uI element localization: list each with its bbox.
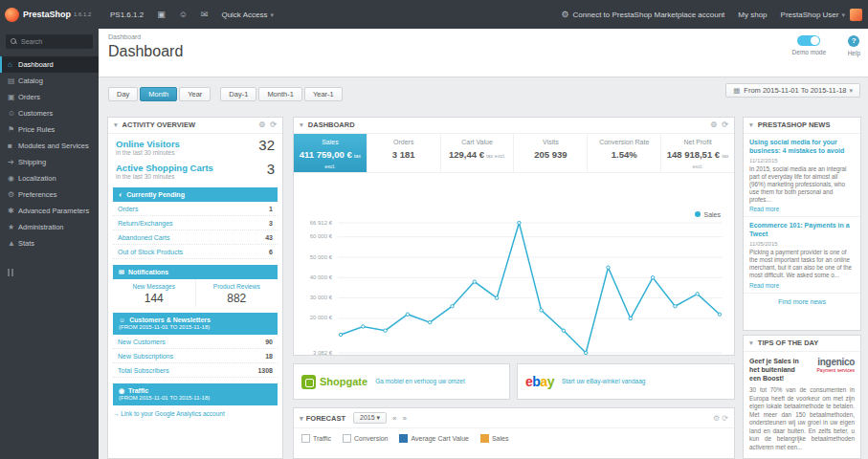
active-carts-value: 3 <box>267 161 275 177</box>
legend-average-cart-value[interactable]: Average Cart Value <box>399 434 468 443</box>
my-shop-link[interactable]: My shop <box>738 11 767 19</box>
sidebar-item-advanced-parameters[interactable]: Advanced Parameters <box>0 203 99 219</box>
checkbox-icon <box>301 434 310 443</box>
page-title: Dashboard <box>108 43 183 60</box>
row-label[interactable]: Out of Stock Products <box>118 249 183 255</box>
kpi-orders[interactable]: Orders 3 181 <box>367 134 441 172</box>
sidebar-item-label: Orders <box>18 93 40 101</box>
row-label[interactable]: Total Subscribers <box>118 367 169 374</box>
sales-line-chart[interactable] <box>338 221 723 355</box>
kpi-conversion-rate[interactable]: Conversion Rate 1.54% <box>588 134 661 172</box>
messages-notification-icon[interactable] <box>201 10 209 19</box>
tips-text: 30 tot 70% van de consumenten in Europa … <box>749 386 855 451</box>
product-reviews-label[interactable]: Product Reviews <box>196 283 278 290</box>
pending-row-out-of-stock: Out of Stock Products 6 <box>113 245 278 259</box>
kpi-net-profit[interactable]: Net Profit 148 918,51 €tax excl. <box>661 134 734 172</box>
sidebar-item-label: Dashboard <box>18 60 54 69</box>
sidebar-item-price-rules[interactable]: Price Rules <box>0 121 99 138</box>
row-label[interactable]: New Subscriptions <box>118 353 173 360</box>
kpi-cart-value[interactable]: Cart Value 129,44 €tax excl. <box>441 134 515 172</box>
filter-day-1-button[interactable]: Day-1 <box>220 87 256 101</box>
sidebar-collapse-handle[interactable] <box>8 269 15 276</box>
sidebar-item-orders[interactable]: Orders <box>0 89 99 105</box>
row-label[interactable]: Abandoned Carts <box>118 234 169 241</box>
modules-icon <box>8 138 18 154</box>
gear-icon[interactable] <box>258 120 265 129</box>
shopgate-cta-link[interactable]: Ga mobiel en verhoog uw omzet <box>375 378 465 385</box>
filter-year-button[interactable]: Year <box>179 87 211 101</box>
refresh-icon[interactable] <box>722 414 728 423</box>
read-more-link[interactable]: Read more <box>749 206 855 212</box>
forecast-header: FORECAST 2015 « » <box>294 408 734 428</box>
kpi-visits[interactable]: Visits 205 939 <box>514 134 588 172</box>
sidebar-item-preferences[interactable]: Preferences <box>0 186 99 203</box>
gear-icon[interactable] <box>710 120 717 129</box>
kpi-value: 148 918,51 € <box>667 149 720 160</box>
tips-body: Geef je Sales in het buitenland een Boos… <box>744 352 860 456</box>
quick-access-menu[interactable]: Quick Access <box>221 11 274 19</box>
orders-notification-icon[interactable] <box>157 10 166 19</box>
date-range-picker[interactable]: From 2015-11-01 To 2015-11-18 <box>725 83 860 98</box>
localization-icon <box>8 170 18 186</box>
forecast-year-select[interactable]: 2015 <box>353 412 387 424</box>
activity-panel-title: ACTIVITY OVERVIEW <box>122 120 195 129</box>
notifications-cells: New Messages 144 Product Reviews 882 <box>113 279 278 307</box>
sidebar-item-label: Modules and Services <box>18 142 89 150</box>
demo-mode-toggle[interactable] <box>797 35 820 46</box>
filter-year-1-button[interactable]: Year-1 <box>304 87 343 101</box>
forecast-prev-button[interactable]: « <box>392 414 396 423</box>
ebay-cta-link[interactable]: Start uw eBay-winkel vandaag <box>562 378 645 385</box>
marketplace-link[interactable]: Connect to PrestaShop Marketplace accoun… <box>573 11 725 19</box>
filter-month-1-button[interactable]: Month-1 <box>258 87 302 101</box>
sidebar-item-customers[interactable]: Customers <box>0 105 99 121</box>
refresh-icon[interactable] <box>722 120 728 129</box>
legend-conversion[interactable]: Conversion <box>343 434 388 443</box>
kpi-sales[interactable]: Sales 411 759,00 €tax excl. <box>294 134 367 172</box>
kpi-label: Orders <box>367 139 440 145</box>
new-messages-label[interactable]: New Messages <box>113 283 195 290</box>
breadcrumb[interactable]: Dashboard <box>108 33 141 40</box>
legend-sales[interactable]: Sales <box>480 434 509 443</box>
legend-label: Traffic <box>313 435 331 442</box>
article-title-link[interactable]: Ecommerce 101: Payments in a Tweet <box>749 222 855 239</box>
filter-month-button[interactable]: Month <box>140 87 177 101</box>
ebay-panel: ebay Start uw eBay-winkel vandaag <box>517 363 735 400</box>
customers-notification-icon[interactable] <box>179 10 188 19</box>
chevron-down-icon <box>377 414 381 421</box>
sidebar-item-stats[interactable]: Stats <box>0 235 99 251</box>
refresh-icon[interactable] <box>270 120 277 129</box>
sidebar-item-localization[interactable]: Localization <box>0 170 99 186</box>
active-carts-label[interactable]: Active Shopping Carts <box>116 163 275 173</box>
row-label[interactable]: Orders <box>118 206 138 212</box>
sidebar-item-catalog[interactable]: Catalog <box>0 73 99 89</box>
online-visitors-label[interactable]: Online Visitors <box>116 139 275 149</box>
find-more-news-link[interactable]: Find more news <box>744 294 860 310</box>
filter-day-button[interactable]: Day <box>108 87 138 101</box>
chart-legend[interactable]: Sales <box>695 211 721 218</box>
customers-icon <box>8 105 18 121</box>
google-analytics-link[interactable]: Link to your Google Analytics account <box>113 410 278 417</box>
read-more-link[interactable]: Read more <box>749 282 855 289</box>
gear-icon[interactable] <box>713 414 720 423</box>
customers-newsletters-header: Customers & Newsletters (FROM 2015-11-01… <box>113 313 278 335</box>
help-control[interactable]: ? Help <box>848 35 860 56</box>
user-avatar[interactable] <box>850 9 862 21</box>
online-visitors-sub: in the last 30 minutes <box>116 149 275 156</box>
legend-label: Conversion <box>354 435 388 442</box>
sidebar-item-dashboard[interactable]: Dashboard <box>0 56 99 73</box>
sidebar-item-administration[interactable]: Administration <box>0 219 99 235</box>
news-article: Ecommerce 101: Payments in a Tweet 11/05… <box>744 217 860 293</box>
article-title-link[interactable]: Using social media for your business: 4 … <box>749 139 855 156</box>
sidebar-item-label: Shipping <box>18 158 46 166</box>
forecast-next-button[interactable]: » <box>403 414 407 423</box>
prestashop-brand[interactable]: PrestaShop 1.6.1.2 <box>0 8 99 22</box>
news-article: Using social media for your business: 4 … <box>744 134 860 217</box>
legend-traffic[interactable]: Traffic <box>301 434 331 443</box>
sidebar-item-modules[interactable]: Modules and Services <box>0 138 99 154</box>
user-menu[interactable]: PrestaShop User <box>781 11 845 19</box>
row-label[interactable]: Return/Exchanges <box>118 220 173 227</box>
pending-row-orders: Orders 1 <box>113 202 278 216</box>
sidebar-search[interactable]: Search <box>6 34 93 49</box>
row-label[interactable]: New Customers <box>118 339 166 345</box>
sidebar-item-shipping[interactable]: Shipping <box>0 154 99 170</box>
